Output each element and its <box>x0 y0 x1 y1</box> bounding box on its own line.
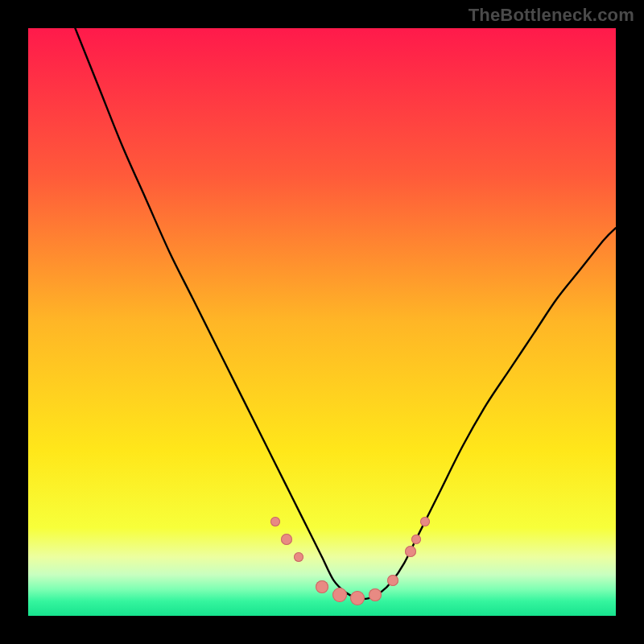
data-marker <box>281 534 292 545</box>
watermark-text: TheBottleneck.com <box>469 5 634 26</box>
data-marker <box>316 580 328 593</box>
data-marker <box>294 552 303 562</box>
markers-layer <box>28 28 616 616</box>
data-marker <box>387 575 398 586</box>
data-marker <box>350 591 365 605</box>
data-marker <box>405 546 416 557</box>
data-marker <box>411 535 421 544</box>
data-marker <box>270 517 280 526</box>
data-marker <box>369 588 382 601</box>
data-marker <box>420 517 430 526</box>
chart-frame: TheBottleneck.com <box>0 0 644 644</box>
data-marker <box>332 588 347 602</box>
plot-area <box>28 28 616 616</box>
